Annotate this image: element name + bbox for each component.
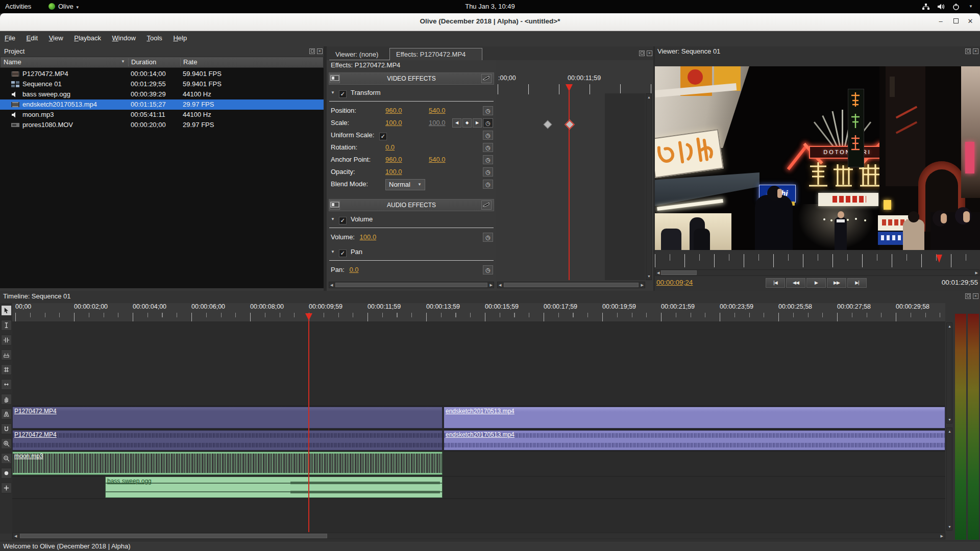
float-panel-icon[interactable]: [965, 48, 971, 54]
keyframe-diamond[interactable]: [544, 120, 552, 129]
collapse-arrow-icon[interactable]: ▼: [331, 90, 335, 95]
pan-section-header[interactable]: ▼✓Pan: [331, 248, 362, 257]
tool-slide[interactable]: [1, 379, 12, 390]
scroll-left-icon[interactable]: ◀: [14, 533, 17, 539]
audio-tracks-scrollbar[interactable]: ▲ ▼: [946, 428, 952, 531]
float-panel-icon[interactable]: [309, 48, 315, 54]
close-panel-icon[interactable]: ×: [973, 48, 978, 54]
menu-window[interactable]: Window: [108, 31, 140, 45]
table-row[interactable]: bass sweep.ogg 00:00:39:29 44100 Hz: [0, 89, 324, 99]
float-panel-icon[interactable]: [965, 293, 971, 299]
viewer-playhead[interactable]: [936, 255, 942, 263]
fast-forward-button[interactable]: ▶▶: [827, 278, 846, 288]
prev-keyframe-icon[interactable]: ◀: [452, 118, 461, 128]
add-video-effect-button[interactable]: [330, 74, 340, 83]
param-value-x[interactable]: 100.0: [385, 117, 402, 129]
keyframe-toggle-icon[interactable]: ◷: [483, 180, 493, 189]
viewer-dock-controls[interactable]: ×: [965, 48, 978, 54]
keyframe-toggle-icon-active[interactable]: ◷: [483, 118, 493, 128]
menu-file[interactable]: File: [0, 31, 20, 45]
collapse-arrow-icon[interactable]: ▼: [331, 217, 335, 221]
close-panel-icon[interactable]: ×: [973, 293, 978, 299]
clip-video-p1270472[interactable]: P1270472.MP4: [12, 407, 443, 429]
uniform-scale-checkbox[interactable]: ✓: [379, 133, 387, 140]
clip-audio-moon[interactable]: moon.mp3: [12, 452, 443, 475]
pan-enabled-checkbox[interactable]: ✓: [339, 249, 347, 257]
scroll-right-icon[interactable]: ▶: [975, 270, 978, 276]
project-table[interactable]: P1270472.MP4 00:00:14;00 59.9401 FPS Seq…: [0, 68, 324, 288]
add-keyframe-icon[interactable]: ◆: [462, 118, 472, 128]
keyframe-horizontal-scrollbar[interactable]: ◀ ▶: [497, 282, 645, 288]
column-duration[interactable]: Duration: [131, 58, 156, 66]
rewind-button[interactable]: ◀◀: [786, 278, 805, 288]
scroll-right-icon[interactable]: ▶: [941, 533, 943, 539]
scrollbar-thumb[interactable]: [20, 534, 327, 538]
window-title-bar[interactable]: Olive (December 2018 | Alpha) - <untitle…: [0, 13, 980, 31]
keyframe-toggle-icon[interactable]: ◷: [483, 265, 493, 274]
timeline-dock-controls[interactable]: ×: [965, 293, 978, 299]
param-value[interactable]: 0.0: [349, 266, 358, 273]
effects-horizontal-scrollbar[interactable]: ◀ ▶: [329, 282, 494, 288]
menu-help[interactable]: Help: [168, 31, 191, 45]
video-tracks-scrollbar[interactable]: ▲ ▼: [946, 322, 952, 423]
column-name[interactable]: Name: [4, 58, 21, 66]
scroll-up-icon[interactable]: ▲: [647, 94, 651, 100]
clip-audio-p1270472[interactable]: P1270472.MP4: [12, 430, 443, 450]
close-panel-icon[interactable]: ×: [647, 51, 652, 56]
param-value[interactable]: 0.0: [385, 142, 395, 153]
keyframe-toggle-icon[interactable]: ◷: [483, 143, 493, 152]
timeline-playhead-line[interactable]: [308, 320, 309, 532]
project-table-header[interactable]: Name ▼ Duration Rate: [0, 57, 324, 68]
menu-edit[interactable]: Edit: [22, 31, 42, 45]
param-value[interactable]: 100.0: [360, 233, 377, 241]
keyframe-vertical-scrollbar[interactable]: ▲ ▼: [646, 93, 652, 280]
table-row-selected[interactable]: endsketch20170513.mp4 00:01:15;27 29.97 …: [0, 99, 324, 110]
play-button[interactable]: ▶: [806, 278, 826, 288]
keyframe-toggle-icon[interactable]: ◷: [483, 131, 493, 140]
project-dock-controls[interactable]: ×: [309, 48, 323, 54]
table-row[interactable]: prores1080.MOV 00:00:20;00 29.97 FPS: [0, 120, 324, 130]
keyframe-toggle-icon[interactable]: ◷: [483, 155, 493, 164]
timeline-ruler[interactable]: 00;00 00:00:02;00 00:00:04;00 00:00:06;0…: [12, 303, 945, 321]
toggle-audio-effects-button[interactable]: [481, 201, 492, 210]
keyframe-diamond-selected[interactable]: [565, 119, 575, 130]
scroll-left-icon[interactable]: ◀: [499, 282, 501, 288]
tool-slip[interactable]: [1, 364, 12, 375]
timeline-playhead-handle[interactable]: [305, 313, 312, 320]
clip-audio-endsketch[interactable]: endsketch20170513.mp4: [444, 430, 945, 450]
tool-zoom-out[interactable]: [1, 453, 12, 464]
scroll-up-icon[interactable]: ▲: [948, 323, 951, 329]
scrollbar-thumb[interactable]: [335, 283, 487, 287]
add-audio-effect-button[interactable]: [330, 201, 340, 210]
scroll-down-icon[interactable]: ▼: [647, 273, 651, 279]
table-row[interactable]: P1270472.MP4 00:00:14;00 59.9401 FPS: [0, 69, 324, 79]
tool-razor[interactable]: [1, 349, 12, 360]
volume-section-header[interactable]: ▼✓Volume: [331, 215, 373, 224]
toggle-video-effects-button[interactable]: [481, 74, 492, 83]
tool-record[interactable]: [1, 468, 12, 479]
param-value-y[interactable]: 540.0: [429, 154, 446, 165]
go-to-end-button[interactable]: ▶|: [847, 278, 867, 288]
tool-add[interactable]: [1, 483, 12, 493]
tab-viewer-none[interactable]: Viewer: (none): [329, 48, 389, 60]
scroll-down-icon[interactable]: ▼: [948, 524, 951, 530]
clip-video-endsketch[interactable]: endsketch20170513.mp4: [444, 407, 945, 429]
menu-tools[interactable]: Tools: [142, 31, 166, 45]
next-keyframe-icon[interactable]: ▶: [473, 118, 482, 128]
tool-transition[interactable]: [1, 409, 12, 419]
transform-enabled-checkbox[interactable]: ✓: [339, 90, 347, 98]
maximize-button[interactable]: [950, 16, 962, 28]
blend-mode-dropdown[interactable]: Normal▼: [385, 179, 425, 190]
viewer-horizontal-scrollbar[interactable]: ◀ ▶: [655, 269, 979, 276]
scrollbar-thumb[interactable]: [504, 283, 639, 287]
go-to-start-button[interactable]: |◀: [766, 278, 785, 288]
param-value-x[interactable]: 960.0: [385, 154, 402, 165]
menu-playback[interactable]: Playback: [69, 31, 106, 45]
param-value-x[interactable]: 960.0: [385, 105, 402, 116]
video-preview[interactable]: DOTONBORI Asahi: [655, 66, 980, 250]
clock[interactable]: Thu Jan 3, 10:49: [0, 0, 980, 13]
column-rate[interactable]: Rate: [183, 58, 197, 66]
table-row[interactable]: Sequence 01 00:01:29;55 59.9401 FPS: [0, 79, 324, 89]
scrollbar-thumb[interactable]: [661, 270, 697, 275]
timeline-horizontal-scrollbar[interactable]: ◀ ▶: [12, 533, 945, 539]
